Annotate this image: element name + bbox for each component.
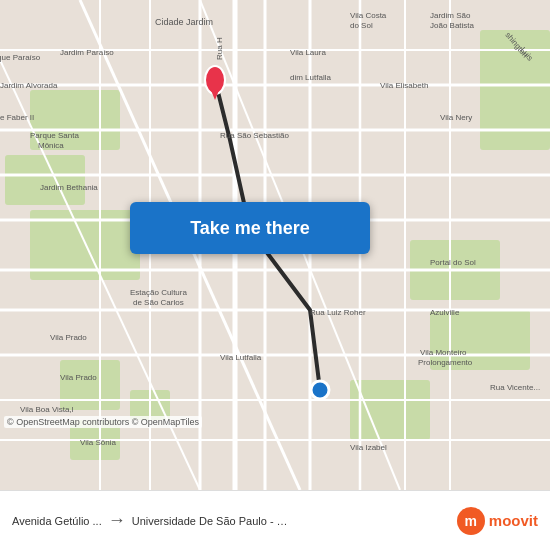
svg-text:e Faber II: e Faber II xyxy=(0,113,34,122)
svg-text:Vila Prado: Vila Prado xyxy=(60,373,97,382)
svg-text:Portal do Sol: Portal do Sol xyxy=(430,258,476,267)
svg-text:Azulville: Azulville xyxy=(430,308,460,317)
destination-label: Universidade De São Paulo - Ca... xyxy=(132,515,292,527)
svg-text:Vila Elisabeth: Vila Elisabeth xyxy=(380,81,428,90)
svg-text:dim Lutfalla: dim Lutfalla xyxy=(290,73,331,82)
svg-text:Jardim Paraíso: Jardim Paraíso xyxy=(60,48,114,57)
svg-text:Prolongamento: Prolongamento xyxy=(418,358,473,367)
svg-text:arque Paraíso: arque Paraíso xyxy=(0,53,41,62)
svg-rect-7 xyxy=(350,380,430,440)
take-me-there-button[interactable]: Take me there xyxy=(130,202,370,254)
svg-text:Vila Laura: Vila Laura xyxy=(290,48,326,57)
svg-text:Rua Vicente...: Rua Vicente... xyxy=(490,383,540,392)
svg-text:Vila Nery: Vila Nery xyxy=(440,113,472,122)
origin-label: Avenida Getúlio ... xyxy=(12,515,102,527)
svg-text:Mônica: Mônica xyxy=(38,141,64,150)
svg-text:Rua Luiz Roher: Rua Luiz Roher xyxy=(310,308,366,317)
moovit-brand-text: moovit xyxy=(489,512,538,529)
svg-text:Parque Santa: Parque Santa xyxy=(30,131,79,140)
svg-text:Vila Monteiro: Vila Monteiro xyxy=(420,348,467,357)
svg-text:Estação Cultura: Estação Cultura xyxy=(130,288,187,297)
svg-rect-2 xyxy=(5,155,85,205)
svg-text:Rua H: Rua H xyxy=(215,37,224,60)
bottom-bar: Avenida Getúlio ... → Universidade De Sã… xyxy=(0,490,550,550)
svg-text:Rua São Sebastião: Rua São Sebastião xyxy=(220,131,289,140)
svg-text:João Batista: João Batista xyxy=(430,21,475,30)
svg-text:Vila Sônia: Vila Sônia xyxy=(80,438,116,447)
svg-text:do Sol: do Sol xyxy=(350,21,373,30)
svg-text:Jardim Alvorada: Jardim Alvorada xyxy=(0,81,58,90)
svg-text:Jardim Bethania: Jardim Bethania xyxy=(40,183,98,192)
map-attribution: © OpenStreetMap contributors © OpenMapTi… xyxy=(4,416,202,428)
svg-text:Vila Lutfalla: Vila Lutfalla xyxy=(220,353,262,362)
svg-point-33 xyxy=(311,381,329,399)
svg-text:Vila Prado: Vila Prado xyxy=(50,333,87,342)
moovit-logo-icon: m xyxy=(457,507,485,535)
svg-text:Jardim São: Jardim São xyxy=(430,11,471,20)
svg-rect-8 xyxy=(60,360,120,410)
svg-text:Vila Boa Vista,l: Vila Boa Vista,l xyxy=(20,405,74,414)
direction-arrow: → xyxy=(108,510,126,531)
svg-text:de São Carlos: de São Carlos xyxy=(133,298,184,307)
svg-text:Vila Izabel: Vila Izabel xyxy=(350,443,387,452)
svg-text:Cidade Jardim: Cidade Jardim xyxy=(155,17,213,27)
svg-text:Vila Costa: Vila Costa xyxy=(350,11,387,20)
map-container: Cidade Jardim Vila Costa do Sol Jardim S… xyxy=(0,0,550,490)
moovit-logo: m moovit xyxy=(457,507,538,535)
